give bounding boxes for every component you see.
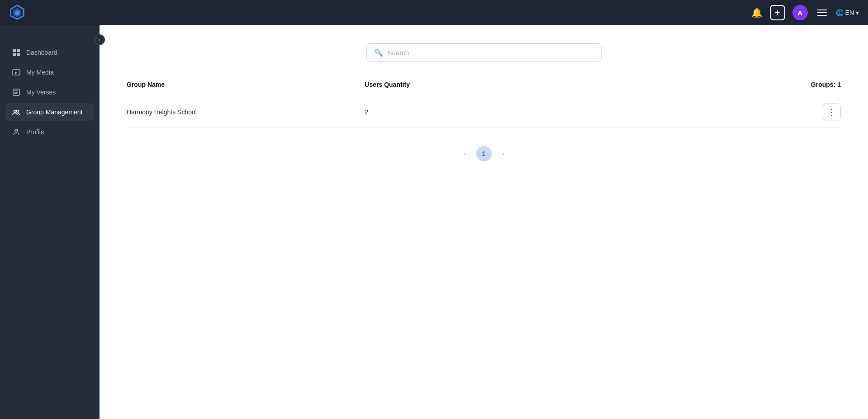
menu-button[interactable]: [815, 8, 829, 18]
sidebar-collapse-button[interactable]: ‹: [94, 34, 105, 45]
column-users-quantity: Users Quantity: [365, 81, 602, 88]
sidebar-item-group-management-label: Group Management: [26, 108, 83, 116]
search-bar: 🔍: [366, 43, 602, 62]
search-icon: 🔍: [374, 48, 383, 57]
sidebar-item-dashboard[interactable]: Dashboard: [5, 43, 94, 61]
search-bar-wrapper: 🔍: [127, 43, 841, 62]
cell-actions: ⋮: [603, 103, 841, 121]
cell-group-name: Harmony Heights School: [127, 108, 365, 116]
svg-rect-6: [17, 53, 20, 56]
search-input[interactable]: [388, 49, 594, 56]
avatar[interactable]: A: [792, 5, 808, 20]
sidebar-item-profile-label: Profile: [26, 128, 44, 136]
pagination-page-1[interactable]: 1: [476, 146, 492, 161]
sidebar-item-dashboard-label: Dashboard: [26, 49, 57, 56]
menu-line-3: [817, 15, 827, 16]
row-actions-button[interactable]: ⋮: [823, 103, 841, 121]
svg-point-14: [15, 129, 18, 132]
sidebar-item-my-verses-label: My Verses: [26, 89, 56, 96]
sidebar-item-my-media-label: My Media: [26, 69, 54, 76]
profile-icon: [12, 127, 21, 137]
sidebar: ‹ Dashboard My Media My Verses: [0, 25, 100, 419]
navbar-actions: 🔔 + A 🌐 EN ▾: [751, 5, 859, 20]
svg-rect-4: [17, 49, 20, 52]
notification-bell-icon[interactable]: 🔔: [751, 7, 763, 18]
menu-line-1: [817, 9, 827, 10]
my-media-icon: [12, 68, 21, 77]
table-container: Group Name Users Quantity Groups: 1 Harm…: [127, 76, 841, 128]
dashboard-icon: [12, 48, 21, 57]
table-row: Harmony Heights School 2 ⋮: [127, 97, 841, 128]
layout: ‹ Dashboard My Media My Verses: [0, 25, 868, 419]
app-logo[interactable]: [9, 4, 25, 22]
column-group-name: Group Name: [127, 81, 365, 88]
svg-rect-5: [13, 53, 16, 56]
sidebar-item-profile[interactable]: Profile: [5, 123, 94, 141]
column-groups-count: Groups: 1: [603, 81, 841, 88]
pagination-next-button[interactable]: →: [498, 149, 506, 159]
table-header: Group Name Users Quantity Groups: 1: [127, 76, 841, 93]
navbar: 🔔 + A 🌐 EN ▾: [0, 0, 868, 25]
language-selector[interactable]: 🌐 EN ▾: [836, 9, 859, 16]
group-management-icon: [12, 108, 21, 117]
svg-point-12: [14, 110, 16, 113]
lang-label: EN: [845, 9, 854, 16]
globe-icon: 🌐: [836, 9, 844, 16]
my-verses-icon: [12, 88, 21, 97]
add-button[interactable]: +: [770, 5, 785, 20]
svg-rect-3: [13, 49, 16, 52]
sidebar-item-my-verses[interactable]: My Verses: [5, 83, 94, 101]
pagination: ← 1 →: [127, 146, 841, 161]
sidebar-item-group-management[interactable]: Group Management: [5, 103, 94, 121]
menu-line-2: [817, 12, 827, 13]
sidebar-nav: Dashboard My Media My Verses Group Manag…: [0, 43, 100, 141]
chevron-down-icon: ▾: [856, 9, 859, 16]
main-content: 🔍 Group Name Users Quantity Groups: 1 Ha…: [100, 25, 868, 419]
sidebar-item-my-media[interactable]: My Media: [5, 63, 94, 81]
cell-users-quantity: 2: [365, 108, 602, 116]
svg-point-13: [17, 110, 19, 113]
pagination-prev-button[interactable]: ←: [462, 149, 470, 159]
